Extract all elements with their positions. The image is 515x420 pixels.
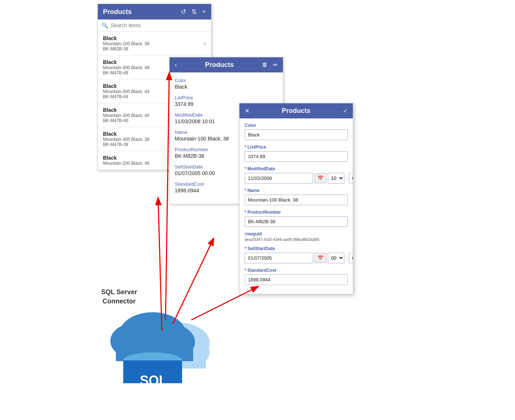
edit-field-sellstartdate: * SellStartDate 📅 00 : 00	[245, 246, 348, 263]
standardcost-input[interactable]	[245, 274, 348, 285]
list-item[interactable]: Black Mountain-100 Black, 38 BK-M82B-38 …	[98, 32, 211, 56]
edit-field-modifieddate: * ModifiedDate 📅 10 : 01	[245, 166, 348, 184]
edit-field-productnumber: * ProductNumber	[245, 210, 348, 227]
name-input[interactable]	[245, 195, 348, 205]
edit-button[interactable]: ✏	[273, 61, 278, 68]
edit-panel-title: Products	[282, 107, 310, 115]
delete-button[interactable]: 🗑	[262, 61, 268, 68]
back-button[interactable]: ‹	[175, 61, 177, 69]
add-icon[interactable]: +	[202, 8, 206, 16]
sellstartdate-hour-select[interactable]: 00	[328, 253, 344, 263]
edit-field-standardcost: * StandardCost	[245, 268, 348, 285]
edit-field-color: Color	[245, 123, 348, 140]
sellstartdate-date-input[interactable]	[245, 253, 313, 263]
edit-field-listprice: * ListPrice	[245, 145, 348, 162]
detail-panel-header: ‹ Products 🗑 ✏	[170, 57, 283, 72]
edit-field-name: * Name	[245, 188, 348, 205]
refresh-icon[interactable]: ↺	[181, 8, 186, 16]
modifieddate-minute-select[interactable]: 01	[349, 173, 353, 184]
edit-panel-header: ✕ Products ✓	[239, 103, 353, 118]
save-button[interactable]: ✓	[343, 107, 348, 114]
svg-text:SQL: SQL	[140, 373, 167, 383]
sort-icon[interactable]: ⇅	[191, 8, 197, 16]
edit-form-body: Color * ListPrice * ModifiedDate 📅 10 : …	[239, 118, 353, 294]
modifieddate-calendar-button[interactable]: 📅	[315, 173, 326, 183]
sellstartdate-calendar-button[interactable]: 📅	[315, 253, 326, 263]
close-button[interactable]: ✕	[245, 107, 249, 114]
color-input[interactable]	[245, 129, 348, 140]
search-icon: 🔍	[102, 22, 108, 28]
list-panel-title: Products	[103, 8, 132, 16]
product-edit-panel: ✕ Products ✓ Color * ListPrice * Modifie…	[239, 103, 353, 294]
list-header-icons: ↺ ⇅ +	[181, 8, 206, 16]
cloud-icon: SQL ⚙	[105, 302, 215, 383]
productnumber-input[interactable]	[245, 216, 348, 227]
edit-field-rowguid: rowguid dea33347-fcd3-4346-aa0f-068cd6b3…	[245, 231, 348, 242]
search-input[interactable]	[111, 22, 207, 28]
detail-panel-title: Products	[205, 61, 234, 69]
modifieddate-date-input[interactable]	[245, 173, 313, 184]
list-panel-header: Products ↺ ⇅ +	[98, 4, 211, 19]
sql-connector-area: SQL Server Connector SQL ⚙	[97, 273, 252, 413]
listprice-input[interactable]	[245, 151, 348, 162]
sellstartdate-minute-select[interactable]: 00	[349, 253, 353, 263]
search-bar: 🔍	[98, 19, 211, 32]
detail-field-color: Color Black	[175, 78, 278, 90]
modifieddate-hour-select[interactable]: 10	[328, 173, 344, 184]
list-item-arrow: ›	[204, 40, 206, 47]
